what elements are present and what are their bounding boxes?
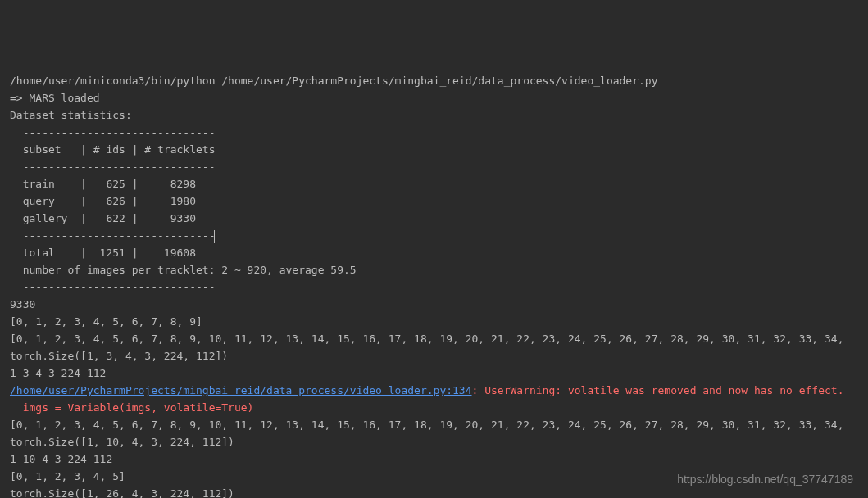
watermark: https://blog.csdn.net/qq_37747189 (677, 471, 853, 488)
output-line: [0, 1, 2, 3, 4, 5] (10, 470, 125, 482)
warning-message: : UserWarning: volatile was removed and … (472, 384, 844, 396)
output-line: ------------------------------ (10, 126, 215, 138)
command-line: /home/user/miniconda3/bin/python /home/u… (10, 75, 658, 87)
output-line: 9330 (10, 298, 35, 310)
output-line: [0, 1, 2, 3, 4, 5, 6, 7, 8, 9, 10, 11, 1… (10, 419, 843, 431)
output-line: subset | # ids | # tracklets (10, 143, 215, 156)
output-line: gallery | 622 | 9330 (10, 212, 196, 224)
text-cursor (214, 230, 215, 243)
output-line: [0, 1, 2, 3, 4, 5, 6, 7, 8, 9] (10, 315, 202, 328)
output-line: ------------------------------ (10, 281, 215, 293)
output-line: torch.Size([1, 26, 4, 3, 224, 112]) (10, 487, 234, 498)
output-line: torch.Size([1, 10, 4, 3, 224, 112]) (10, 436, 234, 448)
output-line: ------------------------------ (10, 229, 215, 242)
output-line: 1 3 4 3 224 112 (10, 367, 106, 379)
output-line: ------------------------------ (10, 161, 215, 173)
output-line: Dataset statistics: (10, 109, 132, 121)
output-line: query | 626 | 1980 (10, 195, 196, 207)
output-line: [0, 1, 2, 3, 4, 5, 6, 7, 8, 9, 10, 11, 1… (10, 333, 843, 345)
output-line: number of images per tracklet: 2 ~ 920, … (10, 264, 357, 276)
output-line: 1 10 4 3 224 112 (10, 453, 112, 465)
output-line: total | 1251 | 19608 (10, 247, 196, 259)
output-line: train | 625 | 8298 (10, 178, 196, 190)
output-line: => MARS loaded (10, 92, 100, 104)
warning-code: imgs = Variable(imgs, volatile=True) (10, 401, 253, 414)
terminal-output[interactable]: /home/user/miniconda3/bin/python /home/u… (10, 72, 858, 498)
output-line: torch.Size([1, 3, 4, 3, 224, 112]) (10, 350, 228, 362)
warning-file-link[interactable]: /home/user/PycharmProjects/mingbai_reid/… (10, 384, 472, 396)
